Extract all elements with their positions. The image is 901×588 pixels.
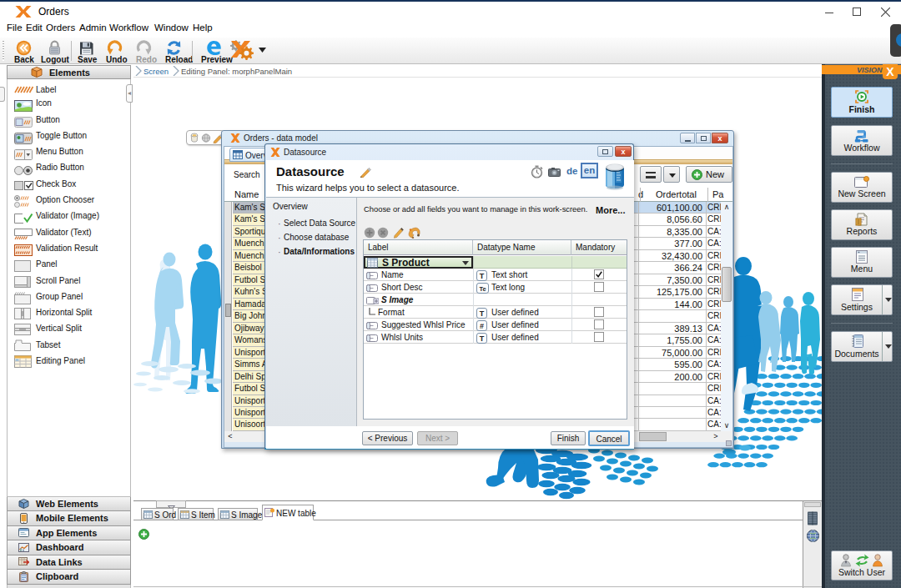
svg-text:#: # xyxy=(480,322,484,330)
svg-text:T: T xyxy=(480,272,485,280)
svg-text:Te: Te xyxy=(479,285,486,293)
svg-text:T: T xyxy=(480,334,485,343)
svg-text:T: T xyxy=(480,309,485,318)
